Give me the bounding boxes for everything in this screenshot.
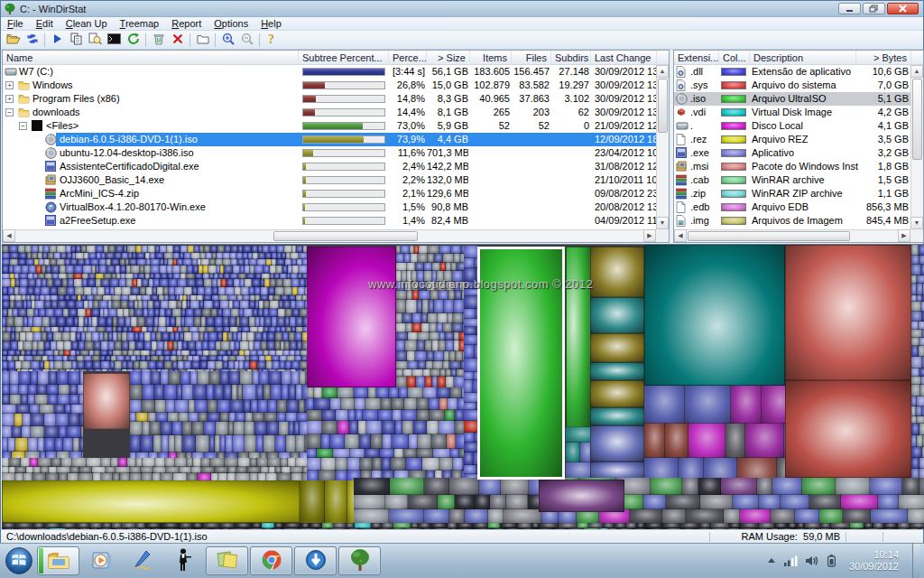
menu-item-clean-up[interactable]: Clean Up [60,17,114,31]
directory-row[interactable]: VirtualBox-4.1.20-80170-Win.exe1,5%90,8 … [3,200,656,214]
extension-row[interactable]: .vdiVirtual Disk Image4,2 GB [674,106,910,119]
directory-row[interactable]: +Windows26,8%15,0 GB102.87983.58219.2973… [3,79,656,92]
scroll-thumb[interactable] [658,79,668,133]
zoom-out-button[interactable] [238,32,255,48]
taskbar-button-media-player[interactable] [81,546,121,575]
treemap-rez-file[interactable] [2,480,300,523]
scroll-right-icon[interactable]: ▶ [643,229,656,242]
treemap-purple-file[interactable] [539,480,624,512]
directory-row[interactable]: W7 (C:)[3:44 s]56,1 GB183.605156.45727.1… [3,65,656,79]
treemap-mixed-files[interactable] [307,387,464,480]
expander-plus-icon[interactable]: + [5,81,14,89]
directory-list-header[interactable]: NameSubtree Percent...Perce...> SizeItem… [3,51,669,65]
network-icon[interactable] [784,555,798,566]
battery-icon[interactable] [827,555,836,567]
treemap-olive-files[interactable] [300,480,354,523]
directory-row[interactable]: AssistenteCertificadoDigital.exe2,4%142,… [3,160,656,173]
treemap-gray-files[interactable] [2,458,307,480]
directory-row[interactable]: ubuntu-12.04-desktop-i386.iso11,6%701,3 … [3,146,656,160]
explorer-here-button[interactable] [87,32,104,48]
column-header-description[interactable]: Description [750,51,856,65]
treemap-slate-teal-small[interactable] [566,427,590,480]
empty-recycle-bin-button[interactable] [150,32,167,48]
scroll-up-icon[interactable]: ▲ [656,65,669,78]
expander-minus-icon[interactable]: − [5,108,14,117]
extension-vscrollbar[interactable]: ▲ ▼ [910,65,923,229]
extension-row[interactable]: .dllExtensão de aplicativo10,6 GB [674,65,910,79]
extension-row[interactable]: .exeAplicativo3,2 GB [674,146,910,160]
taskbar-button-sticky-notes[interactable] [206,546,248,575]
column-header-extensi[interactable]: Extensi... [674,51,719,65]
column-header-bytes[interactable]: > Bytes [856,51,911,65]
expander-minus-icon[interactable]: − [19,122,27,130]
taskbar-button-explorer[interactable] [37,546,79,575]
treemap-blue-gray-column[interactable] [396,246,464,387]
scroll-up-icon[interactable]: ▲ [910,65,923,78]
directory-row[interactable]: −<Files>73,0%5,9 GB5252021/09/2012 12:2 [3,119,656,133]
scroll-thumb[interactable] [273,231,418,241]
column-header-size[interactable]: > Size [427,51,470,65]
open-button[interactable] [5,32,22,48]
directory-row[interactable]: a2FreeSetup.exe1,4%82,4 MB04/09/2012 11:… [3,214,656,228]
taskbar-button-chrome[interactable] [250,546,292,575]
directory-hscrollbar[interactable]: ◀ ▶ [3,229,656,242]
directory-vscrollbar[interactable]: ▲ ▼ [656,65,669,229]
taskbar-button-downloader[interactable] [294,546,337,575]
scroll-down-icon[interactable]: ▼ [910,217,923,229]
extension-row[interactable]: .msiPacote do Windows Installer1,8 GB [674,160,910,173]
extension-row[interactable]: .Disco Local4,1 GB [674,119,910,133]
menu-item-treemap[interactable]: Treemap [114,17,166,31]
command-prompt-button[interactable] [106,32,123,48]
hidden-icons-icon[interactable] [767,557,776,564]
treemap-right-edge-strip[interactable] [911,245,924,478]
directory-row[interactable]: debian-6.0.5-i386-DVD-1(1).iso73,9%4,4 G… [3,133,656,146]
menu-item-edit[interactable]: Edit [30,17,60,31]
scroll-down-icon[interactable]: ▼ [656,217,669,229]
taskbar-button-windirstat[interactable] [338,546,381,575]
treemap-olive-teal-column[interactable] [590,380,644,407]
column-header-lastchange[interactable]: Last Change [591,51,657,65]
extension-row[interactable]: .edbArquivo EDB856,3 MB [674,200,910,214]
treemap-green-iso-file[interactable] [566,247,590,427]
treemap-system-blue-files[interactable] [2,246,307,371]
treemap-olive-teal-column[interactable] [590,247,644,297]
column-header-perce[interactable]: Perce... [389,51,427,65]
zoom-in-button[interactable] [219,32,236,48]
taskbar-button-butler-app[interactable] [164,546,204,575]
treemap-olive-teal-column[interactable] [590,333,644,362]
menu-item-report[interactable]: Report [165,17,208,31]
treemap-sys-file-2[interactable] [785,380,911,478]
treemap-olive-teal-column[interactable] [590,407,644,425]
show-desktop-button[interactable] [912,544,920,578]
start-button[interactable] [2,544,36,578]
menu-item-options[interactable]: Options [208,17,254,31]
treemap-magenta-file[interactable] [307,247,396,387]
scroll-right-icon[interactable]: ▶ [898,229,910,242]
column-header-name[interactable]: Name [3,51,299,65]
extension-row[interactable]: .isoArquivo UltraISO5,1 GB [674,92,910,106]
taskbar-button-pen-app[interactable] [123,546,162,575]
treemap-olive-teal-column[interactable] [590,297,644,333]
taskbar-clock[interactable]: 10:14 30/09/2012 [844,549,904,573]
close-button[interactable] [887,3,919,14]
delete-button[interactable] [169,32,186,48]
open-folder-button[interactable] [194,32,211,48]
directory-row[interactable]: OJJ3600_Basic_14.exe2,2%132,0 MB21/10/20… [3,173,656,187]
help-button[interactable]: ? [263,32,281,48]
extension-hscrollbar[interactable]: ◀ ▶ [674,229,910,242]
copy-button[interactable] [68,32,85,48]
titlebar[interactable]: C: - WinDirStat [1,1,923,17]
extension-row[interactable]: .sysArquivo do sistema7,0 GB [674,79,910,92]
refresh-selected-button[interactable] [125,32,142,48]
treemap-olive-teal-column[interactable] [590,425,644,461]
scroll-left-icon[interactable]: ◀ [674,229,687,242]
scroll-thumb[interactable] [912,79,922,160]
treemap-vdi-file[interactable] [644,245,785,386]
treemap-bottom-dark-strip[interactable] [2,523,924,529]
volume-icon[interactable] [806,555,819,566]
column-header-files[interactable]: Files [512,51,551,65]
column-header-col[interactable]: Col... [719,51,750,65]
scroll-left-icon[interactable]: ◀ [3,229,15,242]
expander-plus-icon[interactable]: + [5,95,14,103]
refresh-all-button[interactable] [23,32,41,48]
